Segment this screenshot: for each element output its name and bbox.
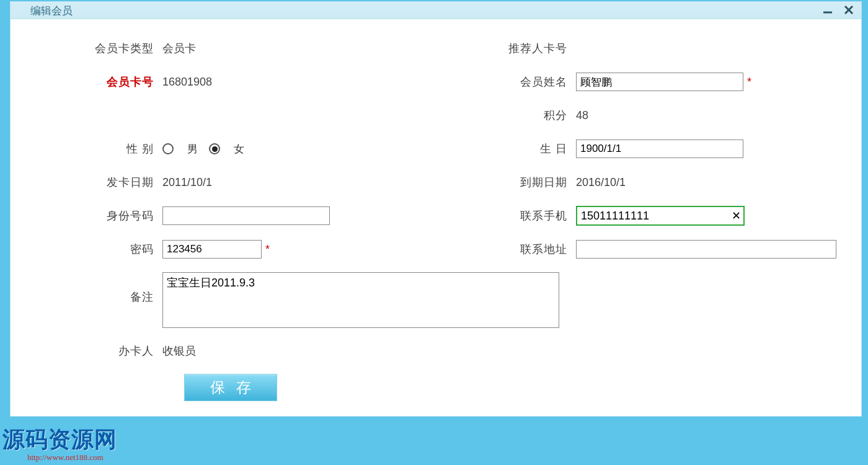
phone-input-wrapper: ✕ xyxy=(576,206,745,226)
label-phone: 联系手机 xyxy=(449,208,576,223)
required-star-password: * xyxy=(265,243,270,256)
label-points: 积分 xyxy=(449,108,576,123)
label-issue-date: 发卡日期 xyxy=(35,175,162,190)
memo-textarea[interactable] xyxy=(162,272,559,328)
close-button[interactable] xyxy=(840,3,857,17)
birthday-input[interactable] xyxy=(576,140,743,158)
label-id-number: 身份号码 xyxy=(35,208,162,223)
label-card-type: 会员卡类型 xyxy=(35,41,162,56)
watermark-text: 源码资源网 xyxy=(2,425,117,455)
phone-clear-icon[interactable]: ✕ xyxy=(728,209,743,223)
radio-female-label: 女 xyxy=(234,142,244,156)
save-button[interactable]: 保存 xyxy=(184,374,277,401)
member-name-input[interactable] xyxy=(576,73,743,91)
dialog-title: 编辑会员 xyxy=(28,3,75,19)
label-referrer-card: 推荐人卡号 xyxy=(449,41,576,56)
minimize-button[interactable] xyxy=(819,3,836,17)
radio-male[interactable] xyxy=(162,143,174,154)
edit-member-dialog: 编辑会员 会员卡类型 会员卡 推荐人卡号 xyxy=(10,1,862,417)
radio-female[interactable] xyxy=(209,143,220,154)
radio-male-label: 男 xyxy=(187,142,198,156)
required-star-name: * xyxy=(747,76,751,89)
value-operator: 收银员 xyxy=(162,343,196,358)
label-password: 密码 xyxy=(35,242,162,257)
address-input[interactable] xyxy=(576,240,836,259)
label-gender: 性 别 xyxy=(35,141,162,156)
password-input[interactable] xyxy=(162,240,262,259)
value-expire-date: 2016/10/1 xyxy=(576,176,626,189)
watermark: 源码资源网 http://www.net188.com xyxy=(2,425,117,463)
id-number-input[interactable] xyxy=(162,206,330,225)
label-operator: 办卡人 xyxy=(35,343,162,358)
label-address: 联系地址 xyxy=(449,242,576,257)
value-points: 48 xyxy=(576,109,588,122)
label-birthday: 生 日 xyxy=(449,141,576,156)
label-expire-date: 到期日期 xyxy=(449,175,576,190)
label-card-no: 会员卡号 xyxy=(35,74,162,89)
phone-input[interactable] xyxy=(577,207,728,224)
value-card-type: 会员卡 xyxy=(162,41,196,56)
value-card-no: 16801908 xyxy=(162,76,212,89)
value-issue-date: 2011/10/1 xyxy=(162,176,212,189)
label-memo: 备注 xyxy=(35,272,162,304)
label-member-name: 会员姓名 xyxy=(449,74,576,89)
dialog-titlebar: 编辑会员 xyxy=(11,2,861,19)
